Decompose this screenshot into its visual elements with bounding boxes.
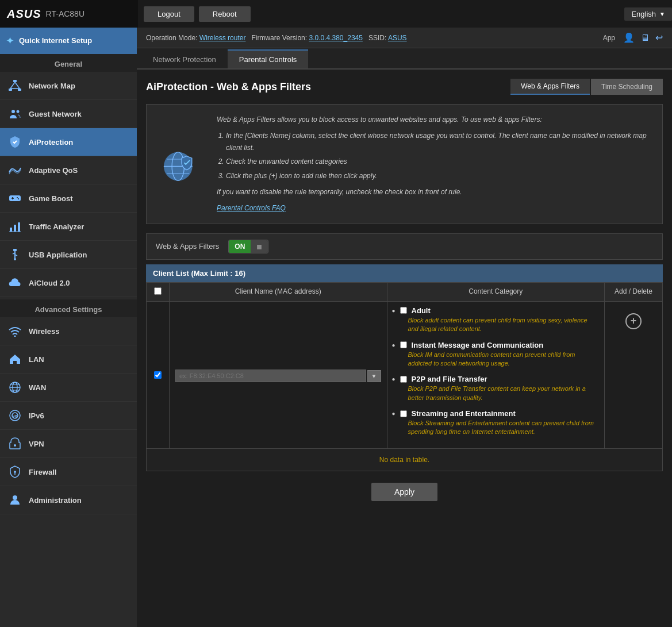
im-desc: Block IM and communication content can p…	[392, 351, 600, 368]
filter-toggle-group: Web & Apps Filters Time Scheduling	[510, 79, 663, 95]
svg-point-31	[14, 444, 16, 447]
sidebar-item-label: Game Boost	[29, 194, 73, 203]
ipv6-icon: v6	[7, 407, 23, 424]
sidebar-item-label: Wireless	[29, 327, 59, 336]
logo-model: RT-AC88U	[46, 9, 85, 18]
p2p-desc: Block P2P and File Transfer content can …	[392, 384, 600, 402]
svg-point-34	[13, 495, 17, 500]
sidebar-item-traffic-analyzer[interactable]: Traffic Analyzer	[0, 213, 137, 241]
description-text: Web & Apps Filters allows you to block a…	[217, 114, 653, 214]
description-steps: In the [Clients Name] column, select the…	[217, 130, 653, 182]
sidebar-item-vpn[interactable]: VPN	[0, 430, 137, 458]
svg-line-4	[15, 82, 20, 89]
streaming-desc: Block Streaming and Entertainment conten…	[392, 419, 600, 437]
svg-rect-14	[14, 225, 16, 232]
sidebar-item-ipv6[interactable]: v6 IPv6	[0, 402, 137, 430]
svg-point-22	[14, 336, 16, 337]
sidebar-item-label: AiCloud 2.0	[29, 279, 70, 287]
lock-icon	[7, 464, 23, 480]
tab-network-protection[interactable]: Network Protection	[141, 49, 228, 68]
add-button-wrap: +	[625, 306, 642, 329]
wifi-icon	[7, 323, 23, 339]
sidebar-item-usb-application[interactable]: USB Application	[0, 241, 137, 269]
sidebar-item-label: IPv6	[29, 411, 44, 420]
usb-icon	[7, 247, 23, 263]
operation-mode-link[interactable]: Wireless router	[199, 34, 246, 42]
top-nav: Logout Reboot	[138, 6, 624, 22]
sidebar-item-guest-network[interactable]: Guest Network	[0, 100, 137, 128]
sidebar-item-adaptive-qos[interactable]: Adaptive QoS	[0, 156, 137, 184]
ssid-link[interactable]: ASUS	[388, 34, 407, 42]
info-bar: Operation Mode: Wireless router Firmware…	[137, 28, 672, 48]
sidebar-item-administration[interactable]: Administration	[0, 486, 137, 514]
adult-radio: ●	[392, 307, 395, 314]
network-icon	[7, 78, 23, 94]
svg-rect-0	[13, 80, 17, 82]
sidebar-item-network-map[interactable]: Network Map	[0, 72, 137, 100]
p2p-checkbox[interactable]	[400, 376, 407, 383]
main-layout: ✦ Quick Internet Setup General Network M…	[0, 28, 672, 627]
im-checkbox[interactable]	[400, 341, 407, 348]
apply-button[interactable]: Apply	[371, 483, 437, 501]
adult-checkbox[interactable]	[400, 307, 407, 314]
firmware-version-link[interactable]: 3.0.0.4.380_2345	[309, 34, 362, 42]
sidebar-item-label: LAN	[29, 355, 44, 364]
category-p2p: ● P2P and File Transfer Block P2P and Fi…	[392, 375, 600, 402]
faq-link[interactable]: Parental Controls FAQ	[217, 202, 653, 214]
sidebar-item-label: Adaptive QoS	[29, 166, 78, 175]
mac-dropdown-button[interactable]: ▼	[367, 370, 381, 382]
row-checkbox[interactable]	[154, 371, 162, 379]
filter-row-label: Web & Apps Filters	[156, 242, 219, 251]
sidebar-item-label: VPN	[29, 440, 44, 448]
add-row-button[interactable]: +	[625, 313, 642, 329]
globe-icon	[7, 379, 23, 395]
sidebar-item-qis[interactable]: ✦ Quick Internet Setup	[0, 28, 137, 54]
sidebar-item-aicloud[interactable]: AiCloud 2.0	[0, 269, 137, 297]
row-checkbox-cell	[147, 302, 170, 448]
sidebar-item-label: Network Map	[29, 82, 75, 90]
p2p-radio: ●	[392, 376, 395, 382]
chart-icon	[7, 218, 23, 234]
table-header: Client Name (MAC address) Content Catego…	[146, 282, 663, 302]
svg-rect-15	[18, 222, 20, 232]
shield-icon	[7, 134, 23, 150]
sidebar-item-firewall[interactable]: Firewall	[0, 458, 137, 486]
tab-parental-controls[interactable]: Parental Controls	[228, 49, 308, 68]
language-selector[interactable]: English ▼	[624, 7, 672, 21]
reboot-button[interactable]: Reboot	[199, 6, 251, 22]
page-title: AiProtection - Web & Apps Filters	[146, 81, 311, 93]
app-share-icon[interactable]: ↩	[655, 32, 663, 43]
logo-asus: ASUS	[7, 7, 41, 21]
table-col-content-category: Content Category	[387, 283, 605, 301]
select-all-checkbox[interactable]	[154, 287, 162, 295]
streaming-checkbox[interactable]	[400, 410, 407, 417]
app-monitor-icon[interactable]: 🖥	[640, 33, 650, 43]
sidebar-item-label: WAN	[29, 383, 46, 392]
mac-input[interactable]	[175, 370, 366, 382]
logout-button[interactable]: Logout	[144, 6, 194, 22]
person-icon	[7, 492, 23, 508]
tabs-bar: Network Protection Parental Controls	[137, 48, 672, 70]
wave-icon	[7, 162, 23, 178]
web-apps-filters-button[interactable]: Web & Apps Filters	[510, 79, 590, 95]
category-p2p-header: ● P2P and File Transfer	[392, 375, 600, 383]
svg-point-11	[17, 197, 18, 198]
app-icons-area: App 👤 🖥 ↩	[603, 32, 663, 43]
sidebar-item-aiprotection[interactable]: AiProtection	[0, 128, 137, 156]
sidebar-advanced-label: Advanced Settings	[0, 299, 137, 317]
app-user-icon[interactable]: 👤	[623, 32, 635, 43]
content-categories: ● Adult Block adult content can prevent …	[387, 302, 605, 448]
no-data-row: No data in table.	[146, 449, 663, 471]
sidebar-item-wireless[interactable]: Wireless	[0, 317, 137, 345]
adult-title: Adult	[412, 306, 431, 315]
time-scheduling-button[interactable]: Time Scheduling	[591, 79, 663, 95]
sidebar-item-lan[interactable]: LAN	[0, 345, 137, 374]
info-bar-text: Operation Mode: Wireless router Firmware…	[146, 34, 407, 42]
mac-input-wrap: ▼	[175, 370, 381, 382]
row-mac-cell: ▼	[170, 302, 387, 448]
sidebar-item-label: Traffic Analyzer	[29, 222, 84, 231]
sidebar-item-wan[interactable]: WAN	[0, 374, 137, 402]
logo-area: ASUS RT-AC88U	[0, 0, 138, 28]
filter-toggle-switch[interactable]: ON ◼	[228, 240, 268, 253]
sidebar-item-game-boost[interactable]: Game Boost	[0, 184, 137, 213]
